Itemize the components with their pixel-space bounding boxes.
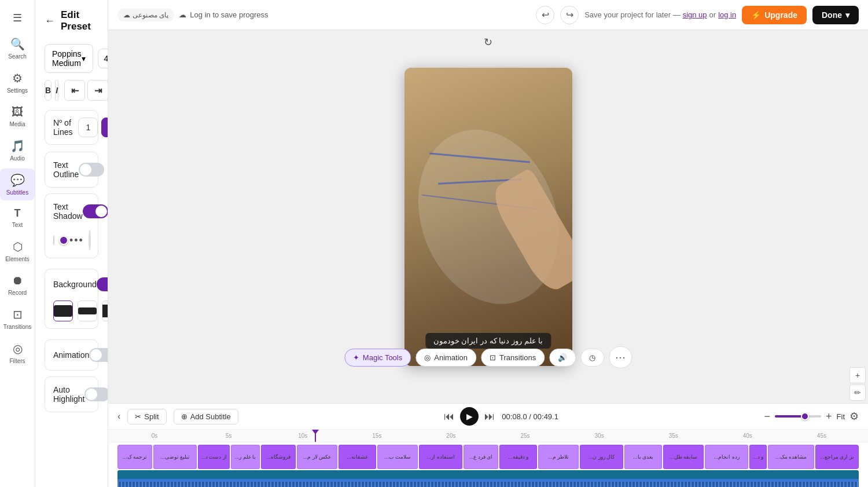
ai-cloud-icon: ☁ (123, 11, 130, 19)
more-tools-button[interactable]: ⋯ (609, 346, 632, 368)
subtitle-clip[interactable]: مشاهده مک... (768, 445, 814, 469)
subtitle-clip[interactable]: بعدی با... (624, 445, 662, 469)
subtitle-clip[interactable]: ای فرد ع... (464, 445, 498, 469)
magic-tools-icon: ✦ (353, 353, 359, 362)
current-time: 00:08.0 (502, 412, 527, 421)
shadow-more-button[interactable]: ••• (69, 235, 84, 247)
sidebar-item-elements[interactable]: ⬡ Elements (0, 235, 35, 267)
skip-forward-button[interactable]: ⏭ (484, 411, 495, 423)
playhead[interactable] (315, 430, 316, 442)
volume-tool-button[interactable]: 🔊 (549, 349, 576, 367)
zoom-out-button[interactable]: − (764, 411, 771, 423)
subtitle-clip[interactable]: بز اری مراجع... (815, 445, 859, 469)
lines-option-1[interactable]: 1 (78, 118, 98, 137)
bold-button[interactable]: B (45, 80, 52, 101)
transitions-tool-button[interactable]: ⊡ Transitions (481, 349, 545, 367)
font-row: Poppins Medium ▾ 48px ▾ (45, 44, 98, 73)
bg-option-block[interactable] (102, 301, 108, 321)
zoom-slider[interactable] (775, 415, 821, 418)
back-button[interactable]: ← (45, 15, 55, 27)
zoom-in-button[interactable]: + (826, 411, 832, 423)
sidebar-item-settings[interactable]: ⚙ Settings (0, 67, 35, 98)
done-button[interactable]: Done ▾ (812, 6, 859, 24)
font-chevron-icon: ▾ (82, 54, 86, 63)
ai-badge-label: پای مصنوعی (133, 11, 168, 19)
sidebar-item-subtitles[interactable]: 💬 Subtitles (0, 169, 35, 200)
timeline-tracks: ترجمه ک... تبلیغ توضی... از دست د... با … (108, 442, 868, 487)
text-outline-toggle[interactable] (79, 163, 104, 177)
undo-button[interactable]: ↩ (536, 6, 554, 24)
log-in-link[interactable]: log in (718, 10, 736, 19)
subtitle-clip[interactable]: تلاطر م... (538, 445, 579, 469)
subtitle-clip[interactable]: از دست د... (198, 445, 230, 469)
save-progress-btn[interactable]: ☁ Log in to save progress (179, 10, 268, 19)
bg-option-full[interactable] (53, 301, 73, 321)
subtitle-clip[interactable]: عکس لار م... (297, 445, 337, 469)
background-toggle[interactable] (97, 277, 108, 291)
shadow-color-picker[interactable] (89, 230, 91, 251)
play-button[interactable]: ▶ (460, 407, 479, 426)
text-shadow-toggle[interactable] (83, 204, 108, 218)
sidebar-item-record-label: Record (8, 290, 27, 296)
rotation-handle[interactable]: ↻ (484, 36, 492, 48)
subtitle-clip[interactable]: تبلیغ توضی... (153, 445, 197, 469)
sign-up-link[interactable]: sign up (683, 10, 707, 19)
animation-tool-button[interactable]: ◎ Animation (415, 349, 476, 367)
skip-back-button[interactable]: ⏮ (444, 411, 454, 423)
upgrade-button[interactable]: ⚡ Upgrade (742, 6, 807, 24)
transitions-tool-label: Transitions (499, 353, 536, 362)
auto-highlight-toggle[interactable] (84, 387, 108, 401)
sidebar-item-media[interactable]: 🖼 Media (0, 101, 35, 132)
italic-button[interactable]: I (55, 80, 58, 101)
font-size-select[interactable]: 48px ▾ (98, 49, 108, 68)
ruler-marks: 0s 5s 10s 15s 20s 25s 30s 35s 40s 45s (117, 433, 859, 439)
subtitle-clip[interactable]: با علم ر... (231, 445, 260, 469)
fit-button[interactable]: Fit (837, 412, 845, 421)
sidebar-item-record[interactable]: ⏺ Record (0, 269, 35, 301)
subtitles-icon: 💬 (10, 173, 25, 187)
audio-track[interactable] (117, 470, 859, 487)
bg-option-narrow[interactable] (78, 301, 97, 321)
transitions-icon: ⊡ (13, 307, 23, 321)
preset-panel-title: Edit Preset (61, 9, 98, 32)
zoom-thumb[interactable] (801, 412, 809, 420)
timeline-settings-button[interactable]: ⚙ (849, 410, 859, 423)
text-outline-label: Text Outline (53, 160, 79, 179)
subtitle-clip[interactable]: کال روز ن... (580, 445, 623, 469)
bottom-toolbar-area: ✦ Magic Tools ◎ Animation ⊡ Transitions … (344, 346, 632, 368)
subtitle-clip[interactable]: سابقه طل... (663, 445, 704, 469)
sidebar-item-audio[interactable]: 🎵 Audio (0, 134, 35, 166)
shadow-slider-thumb[interactable] (59, 236, 68, 245)
split-button[interactable]: ✂ Split (127, 409, 166, 424)
animation-toggle[interactable] (89, 348, 108, 362)
font-select[interactable]: Poppins Medium ▾ (45, 44, 93, 73)
timeline-add-track-button[interactable]: + (849, 367, 866, 383)
ai-badge[interactable]: ☁ پای مصنوعی (117, 9, 174, 21)
hamburger-menu[interactable]: ☰ (7, 6, 28, 30)
subtitle-clip[interactable]: و دقیقه... (499, 445, 537, 469)
preset-header: ← Edit Preset (45, 9, 98, 32)
subtitle-clip[interactable]: سلامت ب... (377, 445, 418, 469)
align-center-button[interactable]: ⇥ (87, 80, 108, 101)
subtitle-clip[interactable]: استفاده از... (419, 445, 462, 469)
sidebar-item-text[interactable]: T Text (0, 203, 35, 233)
timeline-edit-button[interactable]: ✏ (849, 385, 866, 401)
playback-controls: ⏮ ▶ ⏭ (444, 407, 495, 426)
subtitle-clip[interactable]: ترجمه ک... (117, 445, 152, 469)
add-subtitle-button[interactable]: ⊕ Add Subtitle (174, 409, 238, 424)
sidebar-item-filters[interactable]: ◎ Filters (0, 337, 35, 369)
sidebar-item-search[interactable]: 🔍 Search (0, 32, 35, 64)
lines-option-2[interactable]: 2 (101, 118, 108, 137)
magic-tools-button[interactable]: ✦ Magic Tools (344, 349, 411, 367)
speed-tool-button[interactable]: ◷ (580, 349, 604, 367)
subtitle-clip[interactable]: و د... (749, 445, 767, 469)
redo-button[interactable]: ↪ (560, 6, 579, 24)
split-label: Split (144, 412, 159, 421)
topbar-right: ↩ ↪ Save your project for later — sign u… (536, 6, 859, 24)
subtitle-clip[interactable]: رده انجام... (705, 445, 748, 469)
timeline-collapse-button[interactable]: ‹ (117, 411, 120, 422)
align-left-button[interactable]: ⇤ (64, 80, 85, 101)
subtitle-clip[interactable]: عشقانه... (339, 445, 376, 469)
sidebar-item-transitions[interactable]: ⊡ Transitions (0, 303, 35, 335)
subtitle-clip[interactable]: فروشگاه... (261, 445, 296, 469)
